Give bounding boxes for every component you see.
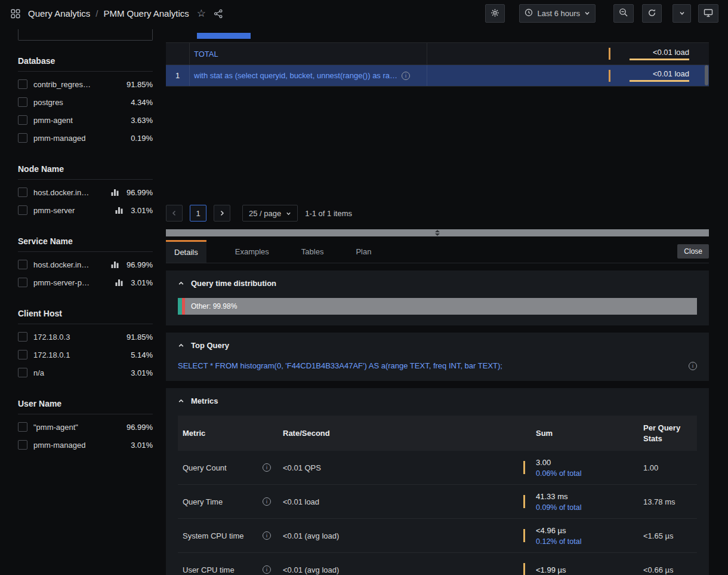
info-icon[interactable]: i [689,362,697,370]
filter-item[interactable]: 172.18.0.3 91.85% [18,328,153,346]
checkbox[interactable] [18,115,27,125]
filter-item[interactable]: pmm-server-p… 3.01% [18,273,153,291]
tab-examples[interactable]: Examples [228,240,276,263]
filter-item[interactable]: postgres 4.34% [18,93,153,111]
filter-item-label: pmm-server [33,206,109,215]
pagination-summary: 1-1 of 1 items [305,209,352,218]
sum-sparkline-bar [523,461,525,474]
filter-item-label: 172.18.0.1 [33,350,125,359]
distribution-segment-teal [178,298,182,315]
total-label[interactable]: TOTAL [194,50,218,59]
query-text[interactable]: with stat as (select queryid, bucket, un… [194,71,397,80]
filter-item[interactable]: 172.18.0.1 5.14% [18,346,153,364]
section-title: Query time distribution [191,279,276,288]
filter-item[interactable]: contrib_regres… 91.85% [18,75,153,93]
filter-item[interactable]: pmm-server 3.01% [18,201,153,219]
info-icon[interactable]: i [402,72,410,80]
filter-item[interactable]: "pmm-agent" 96.99% [18,418,153,436]
collapse-chevron-icon[interactable] [178,342,184,349]
page-size-select[interactable]: 25 / page [242,205,298,222]
apps-grid-icon[interactable] [11,9,20,19]
query-overview-table: TOTAL <0.01 load 1 with stat as (select … [166,42,709,87]
kiosk-mode-button[interactable] [698,4,718,23]
table-scrollbar-thumb[interactable] [705,65,708,85]
checkbox[interactable] [18,350,27,359]
checkbox[interactable] [18,205,27,215]
page-number-button[interactable]: 1 [190,205,206,222]
filter-item-percent: 91.85% [127,80,153,89]
checkbox[interactable] [18,422,27,432]
collapse-chevron-icon[interactable] [178,398,184,404]
top-navigation-bar: Query Analytics / PMM Query Analytics ☆ [0,0,728,27]
filter-group-node-name: Node Name host.docker.in… 96.99% pmm-ser… [18,164,153,219]
previous-page-button[interactable] [166,205,183,222]
checkbox[interactable] [18,260,27,269]
tab-details[interactable]: Details [166,240,206,263]
filter-item-label: pmm-server-p… [33,278,109,287]
table-row: User CPU time i <0.01 (avg load) <1.99 µ… [178,553,697,575]
info-icon[interactable]: i [263,463,271,472]
zoom-out-button[interactable] [613,4,634,23]
info-icon[interactable]: i [263,531,271,540]
bar-chart-icon[interactable] [111,261,119,268]
filter-item[interactable]: pmm-managed 3.01% [18,436,153,454]
refresh-button[interactable] [642,4,662,23]
filter-item-label: host.docker.in… [33,260,105,269]
metric-sum-percent[interactable]: 0.09% of total [536,503,633,512]
checkbox[interactable] [18,332,27,342]
filter-item-percent: 5.14% [131,350,153,359]
checkbox[interactable] [18,97,27,107]
metric-per-query: 1.00 [643,463,691,472]
metric-sum-percent[interactable]: 0.12% of total [536,537,633,546]
checkbox[interactable] [18,440,27,450]
table-row-selected[interactable]: 1 with stat as (select queryid, bucket, … [166,65,709,87]
filter-item[interactable]: n/a 3.01% [18,364,153,382]
metric-name: Query Time [183,497,223,506]
star-icon[interactable]: ☆ [197,8,206,19]
tab-tables[interactable]: Tables [294,240,331,263]
refresh-interval-dropdown[interactable] [673,4,691,23]
metric-sum-percent[interactable]: 0.06% of total [536,469,633,478]
pane-resize-splitter[interactable] [166,229,709,236]
metric-per-query: <0.66 µs [643,565,691,574]
sum-sparkline-bar [523,495,525,508]
filter-search-input[interactable] [18,29,153,41]
query-time-distribution-bar: Other: 99.98% [178,298,697,315]
collapse-chevron-icon[interactable] [178,280,184,287]
checkbox[interactable] [18,278,27,287]
bar-chart-icon[interactable] [111,189,119,196]
query-cell[interactable]: TOTAL [190,43,427,64]
metric-sum: <1.99 µs [536,565,633,574]
filter-item-percent: 91.85% [127,333,153,342]
checkbox[interactable] [18,187,27,197]
checkbox[interactable] [18,79,27,89]
filter-item[interactable]: pmm-agent 3.63% [18,111,153,129]
filter-item[interactable]: host.docker.in… 96.99% [18,183,153,201]
tab-plan[interactable]: Plan [348,240,378,263]
breadcrumb-parent[interactable]: Query Analytics [28,8,90,19]
info-icon[interactable]: i [263,497,271,506]
pagination: 1 25 / page 1-1 of 1 items [166,205,709,222]
table-row-total[interactable]: TOTAL <0.01 load [166,43,709,65]
bar-chart-icon[interactable] [115,279,123,286]
filter-item-label: "pmm-agent" [33,423,121,432]
filter-item[interactable]: host.docker.in… 96.99% [18,256,153,273]
close-button[interactable]: Close [677,244,709,259]
splitter-handle-icon[interactable] [435,230,440,236]
dashboard-settings-button[interactable] [485,4,505,23]
query-cell[interactable]: with stat as (select queryid, bucket, un… [190,65,427,86]
filter-item-percent: 3.01% [131,206,153,215]
filter-item-label: pmm-managed [33,441,125,450]
time-range-picker[interactable]: Last 6 hours [519,4,596,23]
breadcrumb-current[interactable]: PMM Query Analytics [103,8,189,19]
filter-item[interactable]: pmm-managed 0.19% [18,129,153,147]
filter-group-service-name: Service Name host.docker.in… 96.99% pmm-… [18,236,153,291]
checkbox[interactable] [18,133,27,143]
checkbox[interactable] [18,368,27,377]
share-icon[interactable] [214,9,223,19]
next-page-button[interactable] [214,205,230,222]
info-icon[interactable]: i [263,565,271,574]
metric-name: System CPU time [183,531,244,540]
column-header-metric: Metric [178,416,278,451]
bar-chart-icon[interactable] [115,207,123,214]
